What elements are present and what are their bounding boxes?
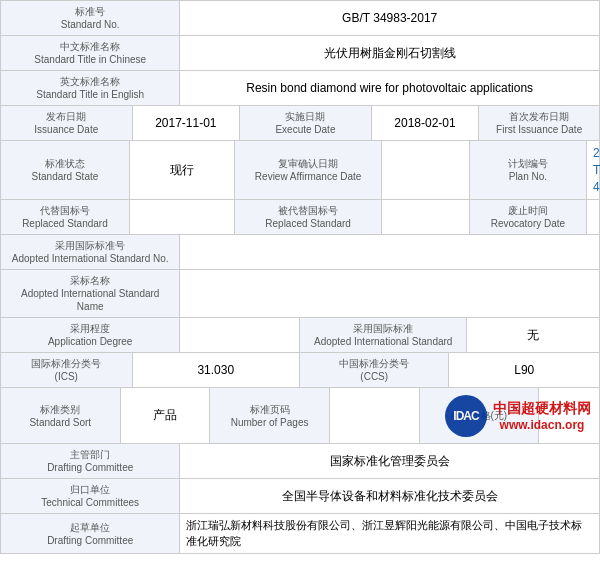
row-standard-state: 标准状态Standard State 现行 复审确认日期Review Affir… xyxy=(1,141,599,200)
cell-label-execute-date: 实施日期Execute Date xyxy=(240,106,372,140)
cell-label-adopted-intl-std-no: 采用国际标准号Adopted International Standard No… xyxy=(1,235,180,269)
cell-label-first-issuance-date: 首次发布日期First Issuance Date xyxy=(479,106,599,140)
cell-label-being-replaced-std: 被代替国标号Replaced Standard xyxy=(235,200,381,234)
row-chinese-title: 中文标准名称Standard Title in Chinese 光伏用树脂金刚石… xyxy=(1,36,599,71)
cell-label-standard-sort: 标准类别Standard Sort xyxy=(1,388,121,443)
cell-value-number-of-pages xyxy=(330,388,420,443)
cell-label-review-date: 复审确认日期Review Affirmance Date xyxy=(235,141,381,199)
cell-label-application-degree: 采用程度Application Degree xyxy=(1,318,180,352)
row-application-degree: 采用程度Application Degree 采用国际标准Adopted Int… xyxy=(1,318,599,353)
row-managing-dept: 主管部门Drafting Committee 国家标准化管理委员会 xyxy=(1,444,599,479)
cell-label-adopted-intl-std: 采用国际标准Adopted International Standard xyxy=(300,318,467,352)
cell-value-standard-no: GB/T 34983-2017 xyxy=(180,1,599,35)
cell-value-adopted-intl-std-no xyxy=(180,235,599,269)
cell-label-drafting-committee: 起草单位Drafting Committee xyxy=(1,514,180,553)
cell-value-ics: 31.030 xyxy=(133,353,300,387)
cell-value-standard-state: 现行 xyxy=(130,141,236,199)
cell-value-being-replaced-std xyxy=(382,200,470,234)
cell-value-drafting-committee: 浙江瑞弘新材料科技股份有限公司、浙江昱辉阳光能源有限公司、中国电子技术标准化研究… xyxy=(180,514,599,553)
cell-value-replaced-std xyxy=(130,200,236,234)
row-replaced-standard: 代替国标号Replaced Standard 被代替国标号Replaced St… xyxy=(1,200,599,235)
cell-value-technical-committees: 全国半导体设备和材料标准化技术委员会 xyxy=(180,479,599,513)
cell-value-issuance-date: 2017-11-01 xyxy=(133,106,241,140)
cell-value-chinese-title: 光伏用树脂金刚石切割线 xyxy=(180,36,599,70)
cell-label-ccs: 中国标准分类号(CCS) xyxy=(300,353,450,387)
cell-value-plan-no: 20120274-T-469 xyxy=(587,141,599,199)
cell-value-adopted-intl-std: 无 xyxy=(467,318,599,352)
row-standard-no: 标准号Standard No. GB/T 34983-2017 xyxy=(1,1,599,36)
cell-label-standard-state: 标准状态Standard State xyxy=(1,141,130,199)
cell-label-replaced-std: 代替国标号Replaced Standard xyxy=(1,200,130,234)
cell-label-chinese-title: 中文标准名称Standard Title in Chinese xyxy=(1,36,180,70)
cell-label-managing-dept: 主管部门Drafting Committee xyxy=(1,444,180,478)
cell-value-managing-dept: 国家标准化管理委员会 xyxy=(180,444,599,478)
cell-label-standard-no: 标准号Standard No. xyxy=(1,1,180,35)
cell-value-application-degree xyxy=(180,318,300,352)
row-adopted-intl-std-name: 采标名称Adopted International Standard Name xyxy=(1,270,599,318)
cell-value-review-date xyxy=(382,141,470,199)
cell-value-english-title: Resin bond diamond wire for photovoltaic… xyxy=(180,71,599,105)
row-english-title: 英文标准名称Standard Title in English Resin bo… xyxy=(1,71,599,106)
cell-value-standard-price xyxy=(539,388,599,443)
cell-value-ccs: L90 xyxy=(449,353,599,387)
cell-label-technical-committees: 归口单位Technical Committees xyxy=(1,479,180,513)
cell-label-revocatory-date: 废止时间Revocatory Date xyxy=(470,200,587,234)
cell-value-standard-sort: 产品 xyxy=(121,388,211,443)
row-technical-committees: 归口单位Technical Committees 全国半导体设备和材料标准化技术… xyxy=(1,479,599,514)
standards-table: 标准号Standard No. GB/T 34983-2017 中文标准名称St… xyxy=(0,0,600,554)
cell-label-ics: 国际标准分类号(ICS) xyxy=(1,353,133,387)
cell-label-english-title: 英文标准名称Standard Title in English xyxy=(1,71,180,105)
cell-value-execute-date: 2018-02-01 xyxy=(372,106,480,140)
cell-label-standard-price: 标准价格(元) xyxy=(420,388,540,443)
row-ics-ccs: 国际标准分类号(ICS) 31.030 中国标准分类号(CCS) L90 xyxy=(1,353,599,388)
cell-label-issuance-date: 发布日期Issuance Date xyxy=(1,106,133,140)
cell-label-adopted-intl-std-name: 采标名称Adopted International Standard Name xyxy=(1,270,180,317)
cell-label-plan-no: 计划编号Plan No. xyxy=(470,141,587,199)
row-dates: 发布日期Issuance Date 2017-11-01 实施日期Execute… xyxy=(1,106,599,141)
row-drafting-committee: 起草单位Drafting Committee 浙江瑞弘新材料科技股份有限公司、浙… xyxy=(1,514,599,553)
row-adopted-intl-std-no: 采用国际标准号Adopted International Standard No… xyxy=(1,235,599,270)
row-standard-sort: 标准类别Standard Sort 产品 标准页码Number of Pages… xyxy=(1,388,599,444)
cell-label-number-of-pages: 标准页码Number of Pages xyxy=(210,388,330,443)
cell-value-adopted-intl-std-name xyxy=(180,270,599,317)
cell-value-revocatory-date xyxy=(587,200,599,234)
